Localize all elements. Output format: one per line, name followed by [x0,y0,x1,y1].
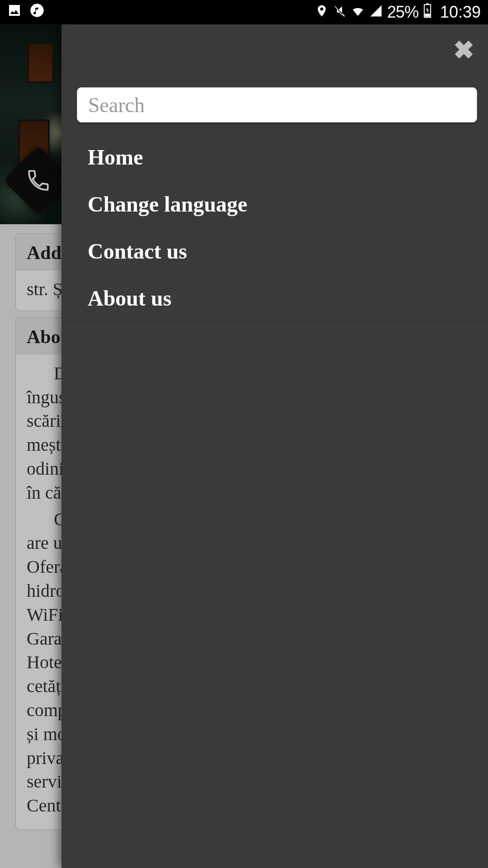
menu-item-contact-us[interactable]: Contact us [61,228,488,275]
nav-drawer: ✖ Home Change language Contact us About … [61,24,488,868]
wifi-icon [351,3,365,22]
menu-item-home[interactable]: Home [61,134,488,181]
svg-rect-3 [425,14,430,17]
location-icon [315,3,328,22]
drawer-top: ✖ [61,24,488,76]
gallery-icon [7,3,22,22]
close-icon[interactable]: ✖ [453,38,474,63]
menu-item-about-us[interactable]: About us [61,275,488,322]
svg-rect-2 [426,3,429,5]
search-section [61,76,488,134]
mute-icon [333,3,347,22]
status-left [7,3,44,22]
music-note-icon [30,3,44,22]
status-clock: 10:39 [440,3,481,22]
status-right: 25% 10:39 [315,3,481,22]
battery-icon [423,3,432,22]
svg-point-0 [30,4,43,17]
android-status-bar: 25% 10:39 [0,0,488,24]
search-input[interactable] [77,87,477,123]
battery-percent: 25% [387,3,418,22]
menu-item-change-language[interactable]: Change language [61,181,488,228]
cell-signal-icon [369,3,383,22]
